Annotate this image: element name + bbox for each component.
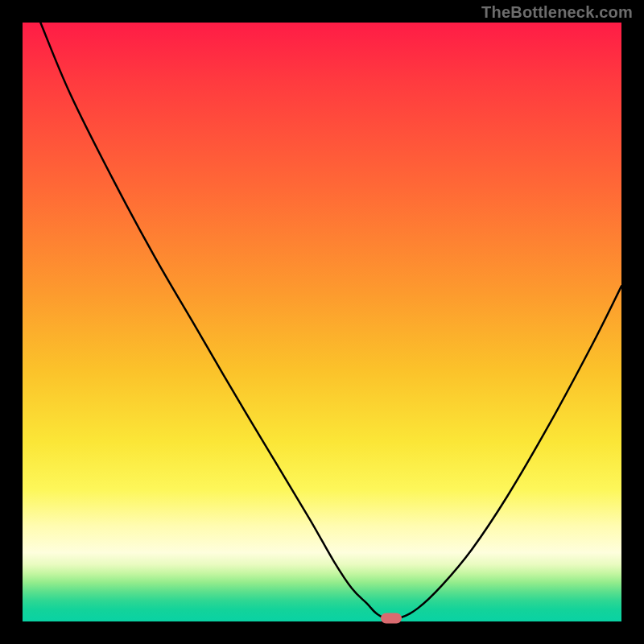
curve-svg (23, 23, 621, 621)
chart-stage: TheBottleneck.com (0, 0, 644, 644)
bottleneck-curve (40, 23, 621, 619)
plot-area (23, 23, 621, 621)
optimal-marker (381, 613, 402, 623)
watermark-text: TheBottleneck.com (481, 3, 633, 22)
